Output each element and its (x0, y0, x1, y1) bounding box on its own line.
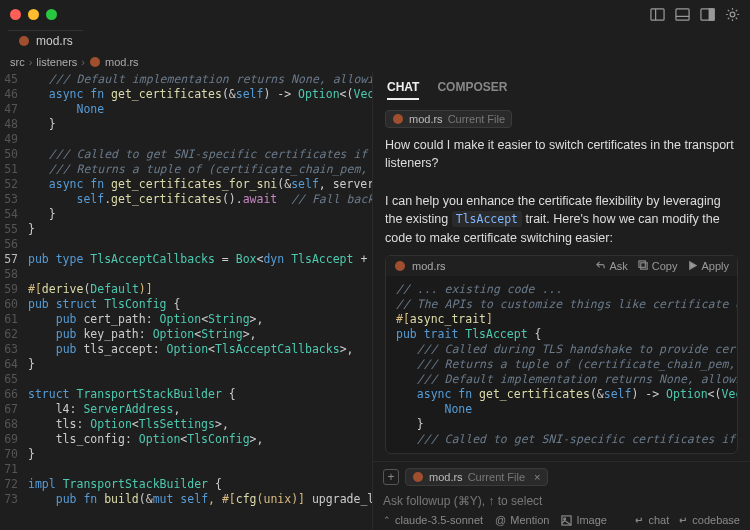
code-line[interactable]: 46 async fn get_certificates(&self) -> O… (0, 87, 372, 102)
line-number: 56 (0, 237, 28, 252)
line-number: 53 (0, 192, 28, 207)
svg-rect-12 (641, 263, 647, 269)
code-line[interactable]: 69 tls_config: Option<TlsConfig>, (0, 432, 372, 447)
tab-composer[interactable]: COMPOSER (437, 80, 507, 100)
rust-file-icon (394, 260, 406, 272)
code-line[interactable]: 70} (0, 447, 372, 462)
mention-button[interactable]: @ Mention (495, 514, 549, 526)
codeblock-file: mod.rs (412, 260, 446, 272)
code-line[interactable]: 48 } (0, 117, 372, 132)
layout-left-icon[interactable] (650, 7, 665, 22)
submit-chat-button[interactable]: chat (633, 514, 669, 526)
code-line[interactable]: 52 async fn get_certificates_for_sni(&se… (0, 177, 372, 192)
line-number: 65 (0, 372, 28, 387)
assistant-message: I can help you enhance the certificate f… (385, 192, 738, 246)
code-line: async fn get_certificates(&self) -> Opti… (396, 387, 727, 402)
line-number: 47 (0, 102, 28, 117)
context-chip-file: mod.rs (429, 471, 463, 483)
code-line[interactable]: 72impl TransportStackBuilder { (0, 477, 372, 492)
svg-rect-0 (651, 8, 664, 19)
minimize-window-button[interactable] (28, 9, 39, 20)
breadcrumb-seg[interactable]: mod.rs (105, 56, 139, 68)
tab-chat[interactable]: CHAT (387, 80, 419, 100)
line-number: 55 (0, 222, 28, 237)
code-line[interactable]: 59#[derive(Default)] (0, 282, 372, 297)
settings-gear-icon[interactable] (725, 7, 740, 22)
chat-input[interactable]: Ask followup (⌘Y), ↑ to select (383, 490, 740, 514)
chevron-right-icon: › (81, 56, 85, 68)
code-line[interactable]: 68 tls: Option<TlsSettings>, (0, 417, 372, 432)
code-line[interactable]: 58 (0, 267, 372, 282)
code-line[interactable]: 65 (0, 372, 372, 387)
line-number: 49 (0, 132, 28, 147)
svg-point-8 (19, 36, 29, 46)
line-number: 57 (0, 252, 28, 267)
codeblock-apply-button[interactable]: Apply (687, 260, 729, 272)
context-chip-badge: Current File (468, 471, 525, 483)
code-line[interactable]: 63 pub tls_accept: Option<TlsAcceptCallb… (0, 342, 372, 357)
line-number: 46 (0, 87, 28, 102)
code-line[interactable]: 49 (0, 132, 372, 147)
submit-codebase-button[interactable]: codebase (677, 514, 740, 526)
code-line[interactable]: 55} (0, 222, 372, 237)
svg-point-16 (564, 517, 566, 519)
code-line[interactable]: 51 /// Returns a tuple of (certificate_c… (0, 162, 372, 177)
chat-panel: CHAT COMPOSER mod.rs Current File How co… (372, 72, 750, 530)
maximize-window-button[interactable] (46, 9, 57, 20)
titlebar (0, 0, 750, 28)
rust-file-icon (89, 56, 101, 68)
code-line: // The APIs to customize things like cer… (396, 297, 727, 312)
breadcrumb-seg[interactable]: listeners (36, 56, 77, 68)
code-line[interactable]: 67 l4: ServerAddress, (0, 402, 372, 417)
codeblock-copy-button[interactable]: Copy (638, 260, 678, 272)
codeblock-ask-button[interactable]: Ask (595, 260, 627, 272)
code-line[interactable]: 64} (0, 357, 372, 372)
editor-tab-label: mod.rs (36, 34, 73, 48)
code-line[interactable]: 66struct TransportStackBuilder { (0, 387, 372, 402)
code-line: } (396, 417, 727, 432)
code-line[interactable]: 45 /// Default implementation returns No… (0, 72, 372, 87)
line-number: 73 (0, 492, 28, 507)
line-number: 64 (0, 357, 28, 372)
layout-right-icon[interactable] (700, 7, 715, 22)
code-line[interactable]: 62 pub key_path: Option<String>, (0, 327, 372, 342)
code-line[interactable]: 61 pub cert_path: Option<String>, (0, 312, 372, 327)
rust-file-icon (18, 35, 30, 47)
user-message: How could I make it easier to switch cer… (385, 136, 738, 172)
input-context-chip[interactable]: mod.rs Current File × (405, 468, 548, 486)
code-line[interactable]: 50 /// Called to get SNI-specific certif… (0, 147, 372, 162)
close-window-button[interactable] (10, 9, 21, 20)
editor-tab-row: mod.rs (0, 28, 750, 52)
code-line[interactable]: 71 (0, 462, 372, 477)
layout-bottom-icon[interactable] (675, 7, 690, 22)
editor-tab-modrs[interactable]: mod.rs (8, 30, 83, 51)
code-line: /// Called to get SNI-specific certifica… (396, 432, 727, 447)
svg-rect-6 (709, 8, 714, 19)
enter-icon (633, 515, 644, 526)
code-editor[interactable]: 45 /// Default implementation returns No… (0, 72, 372, 530)
code-line: #[async_trait] (396, 312, 727, 327)
context-chip[interactable]: mod.rs Current File (385, 110, 512, 128)
play-icon (687, 260, 698, 271)
svg-point-14 (413, 472, 423, 482)
code-line: /// Called during TLS handshake to provi… (396, 342, 727, 357)
code-line[interactable]: 60pub struct TlsConfig { (0, 297, 372, 312)
code-line[interactable]: 53 self.get_certificates().await // Fall… (0, 192, 372, 207)
inline-code: TlsAccept (452, 211, 522, 227)
code-line[interactable]: 73 pub fn build(&mut self, #[cfg(unix)] … (0, 492, 372, 507)
line-number: 50 (0, 147, 28, 162)
remove-chip-icon[interactable]: × (534, 471, 540, 483)
code-line[interactable]: 54 } (0, 207, 372, 222)
line-number: 48 (0, 117, 28, 132)
image-button[interactable]: Image (561, 514, 607, 526)
add-context-button[interactable]: + (383, 469, 399, 485)
code-line[interactable]: 56 (0, 237, 372, 252)
line-number: 67 (0, 402, 28, 417)
svg-point-10 (393, 114, 403, 124)
code-line[interactable]: 47 None (0, 102, 372, 117)
model-selector[interactable]: ⌃ claude-3.5-sonnet (383, 514, 483, 526)
breadcrumb-seg[interactable]: src (10, 56, 25, 68)
code-line: pub trait TlsAccept { (396, 327, 727, 342)
code-line[interactable]: 57pub type TlsAcceptCallbacks = Box<dyn … (0, 252, 372, 267)
chat-tab-row: CHAT COMPOSER (373, 72, 750, 106)
